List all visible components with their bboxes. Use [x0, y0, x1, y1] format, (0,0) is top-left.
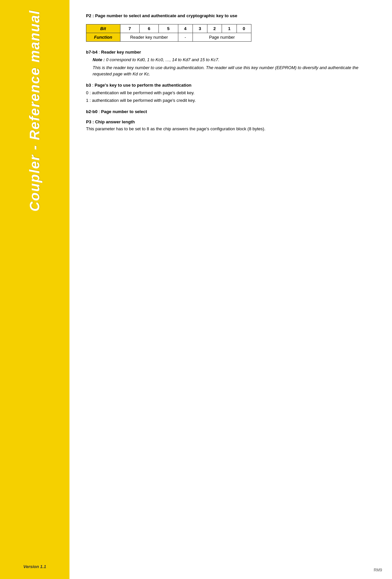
- page-number: RM9: [374, 568, 382, 572]
- b3-line1: 0 : authentication will be performed wit…: [86, 90, 375, 96]
- b7b4-colon: :: [99, 50, 101, 55]
- table-bit-1: 1: [222, 24, 237, 33]
- b7b4-note-line2: This is the reader key number to use dur…: [93, 64, 375, 77]
- table-header-function: Function: [86, 33, 120, 42]
- b3-section: b3 : Page's key to use to perform the au…: [86, 83, 375, 104]
- table-header-bit: Bit: [86, 24, 120, 33]
- b7b4-label: Reader key number: [101, 50, 141, 55]
- table-bit-3: 3: [193, 24, 207, 33]
- table-bit-2: 2: [207, 24, 222, 33]
- p3-section: P3 : Chip answer length This parameter h…: [86, 119, 375, 132]
- section-heading: P2 : Page number to select and authentic…: [86, 13, 375, 18]
- sidebar-version: Version 1.1: [23, 564, 46, 572]
- b3-colon: :: [92, 83, 95, 88]
- table-reader-key: Reader key number: [120, 33, 178, 42]
- b3-title: b3 : Page's key to use to perform the au…: [86, 83, 375, 88]
- bit-table: Bit 7 6 5 4 3 2 1 0 Function Reader key …: [86, 24, 251, 42]
- main-content: P2 : Page number to select and authentic…: [69, 0, 392, 579]
- table-dash: -: [178, 33, 193, 42]
- b3-prefix: b3: [86, 83, 91, 88]
- table-page-number: Page number: [193, 33, 251, 42]
- table-bit-0: 0: [237, 24, 251, 33]
- table-bit-6: 6: [139, 24, 158, 33]
- b3-line2: 1 : authentication will be performed wit…: [86, 97, 375, 104]
- b7b4-section: b7-b4 : Reader key number Note : 0 corre…: [86, 50, 375, 77]
- table-bit-4: 4: [178, 24, 193, 33]
- b2b0-prefix: b2-b0: [86, 109, 98, 114]
- b7b4-title: b7-b4 : Reader key number: [86, 50, 375, 55]
- page-footer: RM9: [374, 568, 382, 572]
- table-bit-7: 7: [120, 24, 139, 33]
- b2b0-colon: :: [99, 109, 101, 114]
- sidebar-title: Coupler - Reference manual: [24, 10, 45, 212]
- table-bit-5: 5: [159, 24, 178, 33]
- note-label: Note :: [93, 57, 105, 62]
- b3-label: Page's key to use to perform the authent…: [95, 83, 192, 88]
- p3-text: This parameter has to be set to 8 as the…: [86, 126, 375, 132]
- b2b0-section: b2-b0 : Page number to select: [86, 109, 375, 114]
- p3-title: P3 : Chip answer length: [86, 119, 375, 124]
- b2b0-label: Page number to select: [101, 109, 147, 114]
- b2b0-title: b2-b0 : Page number to select: [86, 109, 375, 114]
- sidebar: Coupler - Reference manual Version 1.1: [0, 0, 69, 579]
- b7b4-note-line1: Note : 0 correspond to Kd0, 1 to Kc0, …,…: [93, 57, 375, 63]
- note-text-1: 0 correspond to Kd0, 1 to Kc0, …, 14 to …: [106, 57, 219, 62]
- b7b4-prefix: b7-b4: [86, 50, 98, 55]
